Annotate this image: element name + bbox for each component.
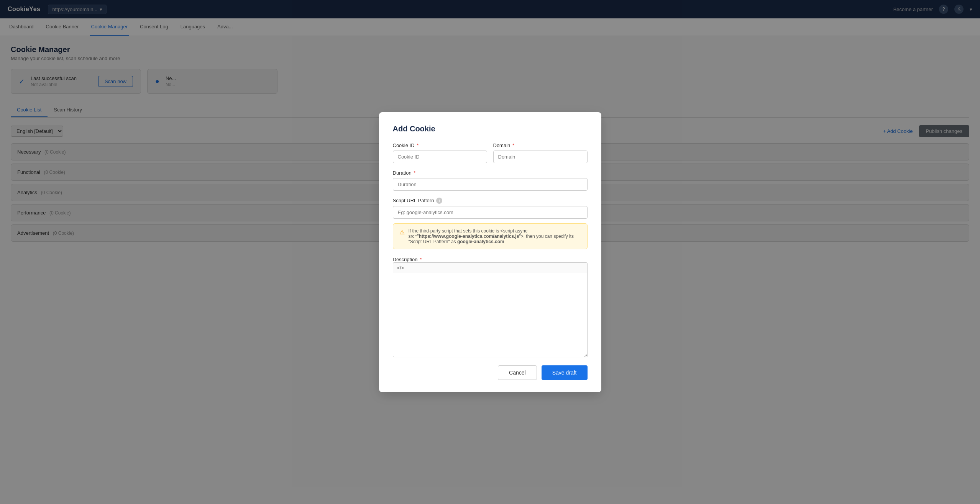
add-cookie-modal: Add Cookie Cookie ID * Domain * Duration… (379, 112, 601, 254)
duration-label: Duration * (393, 170, 588, 176)
required-marker: * (412, 170, 416, 176)
form-group-duration: Duration * (393, 170, 588, 191)
form-group-cookie-id: Cookie ID * (393, 142, 487, 163)
domain-label: Domain * (493, 142, 588, 148)
required-marker: * (415, 142, 419, 148)
modal-overlay[interactable]: Add Cookie Cookie ID * Domain * Duration… (0, 0, 980, 254)
form-row-id-domain: Cookie ID * Domain * (393, 142, 588, 163)
modal-title: Add Cookie (393, 124, 588, 133)
warning-message: If the third-party script that sets this… (409, 228, 581, 244)
script-url-input[interactable] (393, 206, 588, 219)
cookie-id-label: Cookie ID * (393, 142, 487, 148)
form-group-script-url: Script URL Pattern i (393, 198, 588, 219)
duration-input[interactable] (393, 178, 588, 191)
info-icon[interactable]: i (436, 198, 442, 204)
cookie-id-input[interactable] (393, 151, 487, 163)
script-url-warning: ⚠ If the third-party script that sets th… (393, 223, 588, 249)
script-url-label: Script URL Pattern i (393, 198, 588, 204)
warning-icon: ⚠ (399, 229, 405, 236)
domain-input[interactable] (493, 151, 588, 163)
required-marker: * (511, 142, 514, 148)
form-group-domain: Domain * (493, 142, 588, 163)
